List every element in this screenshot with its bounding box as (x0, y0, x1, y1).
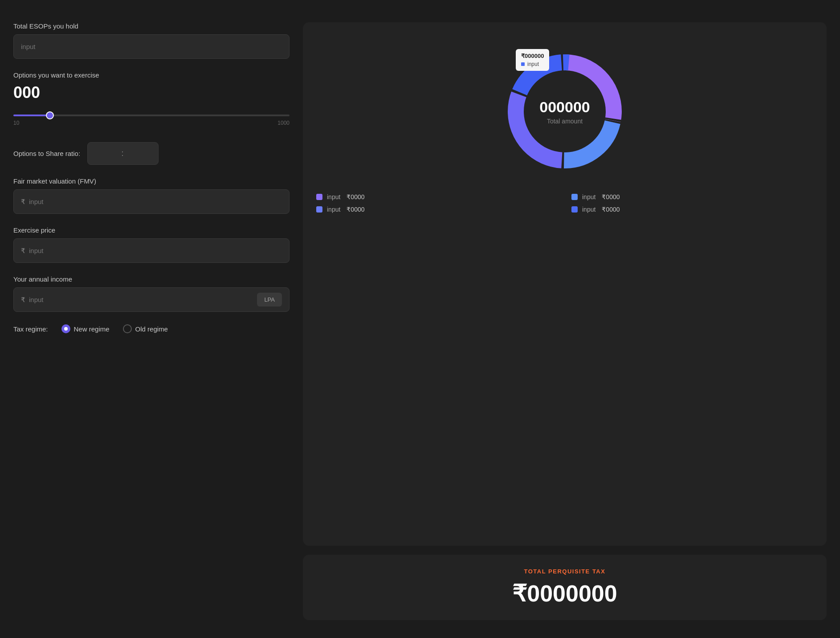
fmv-input[interactable] (29, 190, 282, 213)
income-label: Your annual income (13, 275, 290, 283)
app-container: Total ESOPs you hold Options you want to… (0, 0, 840, 638)
legend-value-3: ₹0000 (347, 206, 364, 213)
exercise-label: Exercise price (13, 226, 290, 234)
list-item: input ₹0000 (571, 206, 813, 213)
legend-name-3: input (327, 206, 340, 213)
options-exercise-group: Options you want to exercise 000 10 1000 (13, 71, 290, 130)
exercise-currency-symbol: ₹ (21, 247, 25, 255)
ratio-value: : (122, 149, 125, 158)
slider-max-label: 1000 (277, 120, 290, 126)
tax-card: TOTAL PERQUISITE TAX ₹0000000 (303, 555, 827, 620)
legend-name-1: input (327, 193, 340, 200)
income-field-group: Your annual income ₹ LPA (13, 275, 290, 312)
slider-min-label: 10 (13, 120, 19, 126)
exercise-field-group: Exercise price ₹ (13, 226, 290, 263)
tooltip-row: input (521, 61, 544, 67)
donut-center-label: Total amount (539, 118, 590, 125)
options-exercise-label: Options you want to exercise (13, 71, 290, 79)
fmv-label: Fair market valuation (FMV) (13, 177, 290, 185)
fmv-input-wrap: ₹ (13, 189, 290, 214)
tooltip-amount: ₹000000 (521, 53, 544, 59)
left-panel: Total ESOPs you hold Options you want to… (13, 18, 290, 620)
exercise-input[interactable] (29, 239, 282, 262)
legend-color-1 (316, 194, 322, 200)
legend-value-2: ₹0000 (602, 193, 620, 200)
donut-container: ₹000000 input (493, 40, 636, 183)
ratio-row: Options to Share ratio: : (13, 142, 290, 165)
lpa-badge: LPA (257, 293, 282, 307)
legend-color-3 (316, 206, 322, 213)
ratio-dropdown[interactable]: : (87, 142, 159, 165)
old-regime-radio[interactable] (123, 324, 132, 333)
list-item: input ₹0000 (571, 193, 813, 200)
new-regime-label: New regime (74, 325, 110, 333)
ratio-label: Options to Share ratio: (13, 150, 80, 157)
new-regime-option[interactable]: New regime (61, 324, 110, 333)
esop-field-group: Total ESOPs you hold (13, 22, 290, 59)
legend-grid: input ₹0000 input ₹0000 input ₹0000 inpu… (316, 193, 813, 213)
legend-color-4 (571, 206, 578, 213)
legend-name-4: input (582, 206, 595, 213)
donut-center: 000000 Total amount (539, 98, 590, 125)
slider-wrap: 10 1000 (13, 106, 290, 130)
fmv-currency-symbol: ₹ (21, 198, 25, 206)
tooltip-input-label: input (527, 61, 539, 67)
fmv-field-group: Fair market valuation (FMV) ₹ (13, 177, 290, 214)
old-regime-option[interactable]: Old regime (123, 324, 168, 333)
legend-color-2 (571, 194, 578, 200)
options-slider[interactable] (13, 115, 290, 116)
legend-value-1: ₹0000 (347, 193, 364, 200)
list-item: input ₹0000 (316, 193, 558, 200)
income-input[interactable] (29, 288, 253, 311)
legend-name-2: input (582, 193, 595, 200)
tax-regime-label: Tax regime: (13, 325, 48, 333)
chart-card: ₹000000 input (303, 22, 827, 546)
legend-value-4: ₹0000 (602, 206, 620, 213)
right-panel: ₹000000 input (303, 18, 827, 620)
esop-input[interactable] (13, 34, 290, 59)
esop-label: Total ESOPs you hold (13, 22, 290, 30)
income-currency-symbol: ₹ (21, 296, 25, 304)
old-regime-label: Old regime (135, 325, 168, 333)
list-item: input ₹0000 (316, 206, 558, 213)
new-regime-radio[interactable] (61, 324, 70, 333)
slider-display-value: 000 (13, 83, 290, 102)
tax-card-value: ₹0000000 (512, 580, 617, 607)
tax-regime-row: Tax regime: New regime Old regime (13, 324, 290, 333)
chart-tooltip: ₹000000 input (516, 49, 549, 71)
slider-labels: 10 1000 (13, 120, 290, 126)
income-input-wrap: ₹ LPA (13, 287, 290, 312)
tax-card-label: TOTAL PERQUISITE TAX (524, 568, 606, 575)
donut-center-value: 000000 (539, 98, 590, 116)
exercise-input-wrap: ₹ (13, 238, 290, 263)
tooltip-dot-icon (521, 62, 525, 66)
